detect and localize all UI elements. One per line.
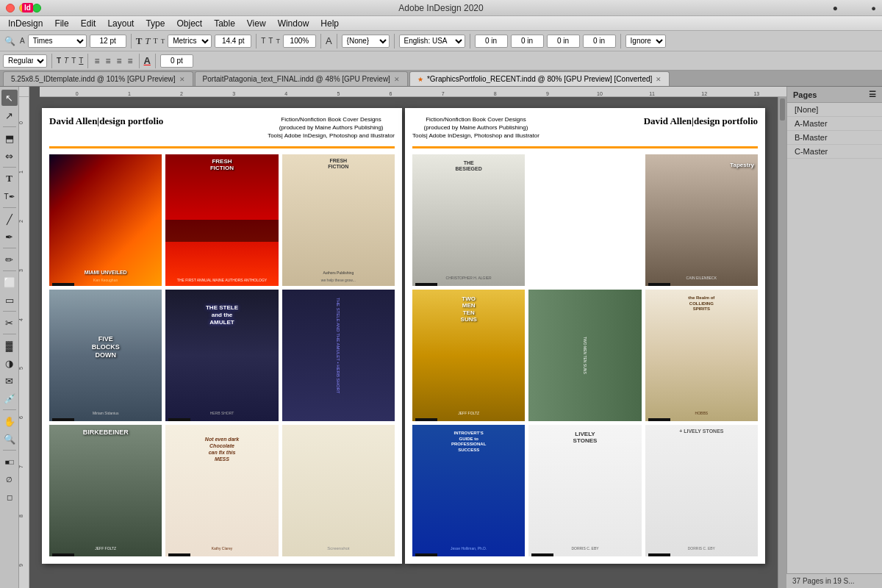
gap-tool[interactable]: ⇔: [1, 148, 18, 164]
scrollbar-vertical[interactable]: [778, 97, 786, 588]
gradient-feather-tool[interactable]: ◑: [1, 355, 18, 371]
font-family-select[interactable]: Times: [28, 35, 87, 48]
menu-help[interactable]: Help: [315, 17, 344, 30]
h-input[interactable]: [583, 35, 616, 48]
menu-type[interactable]: Type: [140, 17, 170, 30]
cover-tapestry[interactable]: Tapestry CAIN EILENBECK: [645, 154, 758, 286]
cover-besieged[interactable]: THEBESIEGED CHRISTOPHER H. ALGIER: [412, 154, 525, 286]
cover-screenshot[interactable]: Screenshot: [282, 425, 395, 556]
ruler-top: 0 1 2 3 4 5 6 7 8 9 10 11 12 13: [40, 87, 786, 97]
none-select[interactable]: {None}: [342, 35, 390, 48]
two-men-1-title: TWOMENTENSUNS: [416, 295, 521, 323]
maximize-button[interactable]: [32, 4, 41, 12]
separator7: [620, 34, 621, 49]
cover-fresh-fiction-2[interactable]: FRESHFICTION Authors Publishing we help …: [282, 154, 395, 286]
scissors-tool[interactable]: ✂: [1, 315, 18, 331]
align-left-icon[interactable]: ≡: [93, 56, 101, 66]
menu-indesign[interactable]: InDesign: [3, 17, 48, 30]
t-icon3[interactable]: T: [71, 57, 76, 65]
tab-1[interactable]: PortaitPatagonia_text_FINAL.indd @ 48% […: [195, 71, 408, 86]
rectangle-tool[interactable]: ▭: [1, 292, 18, 308]
tab-0-close[interactable]: ✕: [179, 76, 185, 83]
close-button[interactable]: [6, 4, 15, 12]
menu-window[interactable]: Window: [273, 17, 315, 30]
scrollbar-thumb[interactable]: [780, 98, 785, 121]
document-canvas[interactable]: David Allen|design portfolio Fiction/Non…: [29, 97, 778, 588]
menu-object[interactable]: Object: [171, 17, 207, 30]
search-icon[interactable]: 🔍: [3, 36, 17, 46]
pt-input[interactable]: [160, 54, 193, 68]
right-page-title: David Allen|design portfolio: [644, 115, 758, 127]
pencil-tool[interactable]: ✏: [1, 251, 18, 268]
formatting-icon[interactable]: ◻: [1, 489, 18, 505]
tab-2[interactable]: ★ *GraphicsPortfolio_RECENT.indd @ 80% […: [409, 71, 670, 86]
ruler-mark: 8: [494, 91, 497, 96]
tt-small[interactable]: T: [154, 37, 158, 45]
eyedropper-tool[interactable]: 💉: [1, 390, 18, 406]
cover-five-blocks[interactable]: FIVEBLOCKSDOWN Miriam Sidanius: [49, 290, 162, 421]
line-tool[interactable]: ╱: [1, 211, 18, 227]
menu-file[interactable]: File: [49, 17, 74, 30]
cover-two-men-spine[interactable]: TWO MEN TEN SUNS: [528, 290, 641, 421]
t-icon4[interactable]: T: [79, 57, 83, 65]
cover-fresh-fiction-1[interactable]: FRESHFICTION THE FIRST ANNUAL MAINE AUTH…: [165, 154, 278, 286]
cover-lively-stones-2[interactable]: + LIVELY STONES DORRIS C. EBY: [645, 425, 758, 556]
cover-stele-amulet[interactable]: THE STELEand theAMULET HERB SHORT: [165, 290, 278, 421]
t-icon1[interactable]: T: [57, 57, 61, 65]
t-icon2[interactable]: T: [64, 57, 68, 65]
style-select[interactable]: Regular: [3, 54, 47, 68]
separator2: [256, 34, 257, 49]
pages-panel-c-master[interactable]: C-Master: [787, 145, 882, 159]
tab-2-close[interactable]: ✕: [656, 76, 662, 83]
menu-layout[interactable]: Layout: [102, 17, 139, 30]
cover-miami-unveiled[interactable]: MIAMI UNVEILED Ken Keoughan: [49, 154, 162, 286]
cover-chocolate[interactable]: Not even darkChocolatecan fix thisMESS K…: [165, 425, 278, 556]
panel-options-icon[interactable]: ☰: [869, 90, 876, 99]
cover-realm[interactable]: the Realm ofCOLLIDINGSPIRITS HOBBS: [645, 290, 758, 421]
type-path-tool[interactable]: T✒: [1, 188, 18, 204]
menu-view[interactable]: View: [242, 17, 271, 30]
gradient-swatch-tool[interactable]: ▓: [1, 337, 18, 354]
pages-panel-none[interactable]: [None]: [787, 103, 882, 117]
cover-birkebeiner[interactable]: BIRKEBEINER JEFF FOLTZ: [49, 425, 162, 556]
pages-panel-b-master[interactable]: B-Master: [787, 131, 882, 145]
type-tool[interactable]: T: [1, 171, 18, 187]
apply-none-icon[interactable]: ∅: [1, 471, 18, 487]
tab-1-close[interactable]: ✕: [394, 76, 400, 83]
page-tool[interactable]: ⬒: [1, 130, 18, 146]
tt-sup[interactable]: T: [161, 37, 165, 45]
note-tool[interactable]: ✉: [1, 373, 18, 389]
language-select[interactable]: English: USA: [399, 35, 465, 48]
fresh-fiction-1-title: FRESHFICTION: [169, 158, 274, 172]
scale-h-input[interactable]: [283, 35, 316, 48]
tab-0[interactable]: 5.25x8.5_IDtemplate.indd @ 101% [GPU Pre…: [3, 71, 193, 86]
fill-stroke-icon[interactable]: ■□: [1, 453, 18, 470]
canvas-inner[interactable]: 0 1 2 3 4 5 6 7 8 9: [19, 97, 786, 588]
tt-italic[interactable]: T: [145, 35, 150, 47]
font-size-input[interactable]: [90, 35, 126, 48]
menu-table[interactable]: Table: [209, 17, 240, 30]
selection-tool[interactable]: ↖: [1, 90, 18, 106]
tt-bold[interactable]: T: [136, 35, 143, 47]
cover-two-men-1[interactable]: TWOMENTENSUNS JEFF FOLTZ: [412, 290, 525, 421]
align-center-icon[interactable]: ≡: [104, 56, 112, 66]
direct-selection-tool[interactable]: ↗: [1, 107, 18, 123]
x-input[interactable]: [475, 35, 508, 48]
align-right-icon[interactable]: ≡: [115, 56, 123, 66]
zoom-tool[interactable]: 🔍: [1, 431, 18, 447]
tracking-input[interactable]: [215, 35, 251, 48]
cover-introverts[interactable]: INTROVERT'SGUIDE toPROFESSIONALSUCCESS J…: [412, 425, 525, 556]
ignore-select[interactable]: Ignore: [625, 35, 666, 48]
hand-tool[interactable]: ✋: [1, 413, 18, 429]
y-input[interactable]: [511, 35, 544, 48]
pen-tool[interactable]: ✒: [1, 229, 18, 245]
rectangle-frame-tool[interactable]: ⬜: [1, 274, 18, 290]
cover-stele-spine[interactable]: THE STELE AND THE AMULET • HERB SHORT: [282, 290, 395, 421]
kerning-select[interactable]: Metrics: [168, 35, 212, 48]
menu-edit[interactable]: Edit: [76, 17, 101, 30]
w-input[interactable]: [547, 35, 580, 48]
align-justify-icon[interactable]: ≡: [126, 56, 134, 66]
fresh-fiction-2-tag: we help these grow...: [285, 278, 392, 282]
pages-panel-a-master[interactable]: A-Master: [787, 117, 882, 131]
cover-lively-stones-1[interactable]: LIVELYSTONES DORRIS C. EBY: [528, 425, 641, 556]
